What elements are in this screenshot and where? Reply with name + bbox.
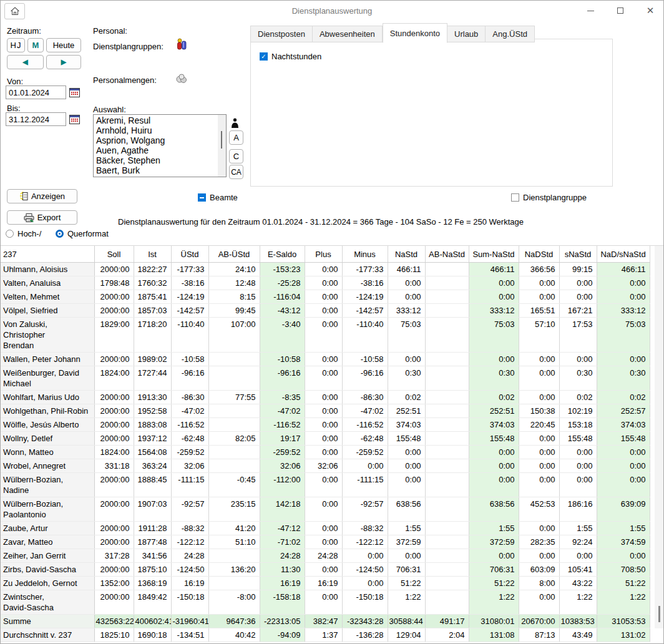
bis-calendar-button[interactable] <box>69 114 80 124</box>
cell-nadsnastd: 155:48 <box>597 432 650 446</box>
list-item[interactable]: Arnhold, Huiru <box>96 125 218 135</box>
sets-icon <box>176 74 187 84</box>
querformat-option[interactable]: Querformat <box>56 229 109 238</box>
cell-sumnastd: 0:00 <box>469 473 519 497</box>
cell-std: -150:18 <box>171 590 208 615</box>
cell-soll: 2000:00 <box>94 563 134 577</box>
filter-a-button[interactable]: A <box>229 130 243 145</box>
arrow-right-icon: ▶ <box>61 58 66 66</box>
cell-soll: 2000:00 <box>94 473 134 497</box>
cell-ist: 1937:12 <box>134 432 171 446</box>
table-row: Völpel, Siefried2000:001857:03-142:5799:… <box>1 304 650 318</box>
cell-soll: 1824:00 <box>94 446 134 459</box>
cell-ist: 1952:58 <box>134 404 171 418</box>
cell-plus: 0:00 <box>305 432 342 446</box>
dienstplangruppen-button[interactable] <box>176 38 187 50</box>
cell-abnastd <box>425 276 469 290</box>
row-name: Wölfle, Jesús Alberto <box>1 418 94 432</box>
list-item[interactable]: Asprion, Wolgang <box>96 135 218 145</box>
cell-sumnastd: 155:48 <box>469 432 519 446</box>
cell-nadsnastd: 0:00 <box>597 459 650 473</box>
next-period-button[interactable]: ▶ <box>46 55 81 69</box>
table-row: Wonn, Matteo1824:001564:08-259:52-259:52… <box>1 446 650 459</box>
person-button[interactable] <box>231 118 239 128</box>
querformat-radio[interactable] <box>56 230 64 238</box>
von-calendar-button[interactable] <box>69 87 80 97</box>
cell-nadstd: 0:00 <box>519 459 559 473</box>
tab-urlaub[interactable]: Urlaub <box>447 26 486 42</box>
cell-minus: -124:50 <box>342 563 388 577</box>
cell-ist: 1877:48 <box>134 535 171 549</box>
cell-nadsnastd: 708:50 <box>597 563 650 577</box>
tab-dienstposten[interactable]: Dienstposten <box>250 26 313 42</box>
month-button[interactable]: M <box>27 38 44 52</box>
hochformat-option[interactable]: Hoch-/ <box>6 229 41 238</box>
close-button[interactable]: ✕ <box>646 6 655 15</box>
cell-soll: 2000:00 <box>94 497 134 522</box>
printer-icon <box>24 213 34 222</box>
querformat-label: Querformat <box>67 229 109 238</box>
export-button[interactable]: Export <box>7 210 77 225</box>
half-year-button[interactable]: HJ <box>7 38 25 52</box>
table-row: Zwintscher, David-Sascha2000:001849:42-1… <box>1 590 650 615</box>
listbox-scrollbar-thumb[interactable] <box>221 131 222 149</box>
hochformat-radio[interactable] <box>6 230 14 238</box>
von-input[interactable] <box>6 85 66 99</box>
previous-period-button[interactable]: ◀ <box>7 55 44 69</box>
list-item[interactable]: Baert, Burk <box>96 165 218 175</box>
cell-minus: -124:19 <box>342 290 388 304</box>
cell-sumnastd: 252:51 <box>469 404 519 418</box>
maximize-button[interactable] <box>616 6 625 15</box>
cell-plus: 16:19 <box>305 577 342 590</box>
cell-esaldo: 11:30 <box>260 563 305 577</box>
cell-abnastd <box>425 290 469 304</box>
cell-snastd: 186:16 <box>559 497 597 522</box>
beamte-option[interactable]: Beamte <box>198 193 238 202</box>
cell-esaldo: 32:06 <box>260 459 305 473</box>
cell-snastd: 99:15 <box>559 263 597 276</box>
minimize-button[interactable] <box>586 6 595 15</box>
cell-nadstd: 0:00 <box>519 290 559 304</box>
personnel-listbox[interactable]: Akremi, ResulArnhold, HuiruAsprion, Wolg… <box>93 114 227 177</box>
nachtstunden-checkbox[interactable]: ✓ <box>260 52 268 61</box>
cell-esaldo: 16:19 <box>260 577 305 590</box>
filter-c-button[interactable]: C <box>229 149 243 163</box>
cell-esaldo: -71:02 <box>260 535 305 549</box>
table-row: Velten, Mehmet2000:001875:41-124:198:15-… <box>1 290 650 304</box>
table-scrollbar-thumb[interactable] <box>658 606 660 622</box>
dienstplangruppe-checkbox[interactable] <box>511 193 519 202</box>
cell-nastd: 0:00 <box>388 290 425 304</box>
summary-line: Dienstplanauswertung für den Zeitraum 01… <box>118 217 524 227</box>
bis-input[interactable] <box>6 112 66 126</box>
today-button[interactable]: Heute <box>46 38 81 52</box>
list-item[interactable]: Auen, Agathe <box>96 145 218 155</box>
cell-soll: 2000:00 <box>94 535 134 549</box>
cell-plus: 0:00 <box>305 391 342 404</box>
cell-snastd: 102:19 <box>559 404 597 418</box>
cell-abstd: 24:10 <box>208 263 260 276</box>
anzeigen-button[interactable]: Anzeigen <box>7 189 77 203</box>
cell-snastd: 155:48 <box>559 432 597 446</box>
listbox-scrollbar[interactable] <box>218 115 226 177</box>
dienstplangruppe-option[interactable]: Dienstplangruppe <box>511 193 587 202</box>
list-item[interactable]: Bäcker, Stephen <box>96 155 218 165</box>
filter-ca-button[interactable]: CA <box>229 165 243 179</box>
cell-std: -88:32 <box>171 522 208 535</box>
cell-ist: 1368:19 <box>134 577 171 590</box>
nachtstunden-option[interactable]: ✓ Nachtstunden <box>260 52 321 61</box>
row-name: Zaube, Artur <box>1 522 94 535</box>
row-name: Weißenburger, David Michael <box>1 366 94 391</box>
cell-esaldo: 19:17 <box>260 432 305 446</box>
tab-angstd[interactable]: Ang.ÜStd <box>486 26 535 42</box>
cell-nastd: 75:03 <box>388 318 425 353</box>
table-scrollbar[interactable] <box>655 246 663 628</box>
tab-abwesenheiten[interactable]: Abwesenheiten <box>313 26 383 42</box>
cell-nadstd: 57:10 <box>519 318 559 353</box>
list-item[interactable]: Akremi, Resul <box>96 115 218 125</box>
row-name: Valten, Analuisa <box>1 276 94 290</box>
row-name: Wohlfart, Marius Udo <box>1 391 94 404</box>
personalmengen-button[interactable] <box>176 74 187 84</box>
table-row: Weißenburger, David Michael1824:001727:4… <box>1 366 650 391</box>
tab-stundenkonto[interactable]: Stundenkonto <box>383 23 447 43</box>
beamte-checkbox[interactable] <box>198 193 206 202</box>
